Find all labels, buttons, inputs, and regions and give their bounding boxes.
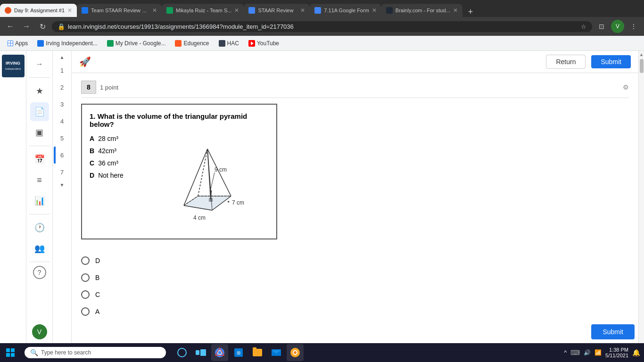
scroll-thumb[interactable] (640, 59, 644, 73)
nav-num-6[interactable]: 6 (54, 147, 71, 164)
taskbar-clock[interactable]: 1:38 PM 5/11/2021 (605, 347, 628, 358)
secure-icon: 🔒 (58, 23, 65, 30)
radio-option-a[interactable]: A (81, 307, 629, 316)
apps-grid-icon (8, 41, 13, 46)
taskbar-cortana[interactable] (173, 344, 190, 361)
new-tab-button[interactable]: + (464, 7, 477, 17)
back-button[interactable]: ← (4, 20, 17, 33)
svg-rect-21 (11, 353, 15, 357)
forward-button[interactable]: → (20, 20, 33, 33)
tab-brainly[interactable]: Brainly.com - For stud... ✕ (381, 4, 462, 17)
bookmark-irving[interactable]: Irving Independent... (33, 39, 101, 48)
cast-icon[interactable]: ⊡ (595, 20, 608, 33)
system-tray-arrow[interactable]: ^ (564, 349, 567, 356)
taskbar-chrome[interactable] (211, 344, 228, 361)
user-avatar[interactable]: V (32, 324, 47, 339)
return-button[interactable]: Return (546, 55, 586, 69)
question-number-badge: 8 (81, 81, 96, 94)
menu-icon[interactable]: ⋮ (627, 20, 640, 33)
nav-num-7[interactable]: 7 (54, 164, 71, 181)
collapse-icon[interactable]: → (30, 55, 49, 74)
windows-logo-icon (6, 348, 15, 357)
taskbar-task-view[interactable] (192, 344, 209, 361)
tab-day9[interactable]: Day 9: Assignment #1 ✕ (0, 4, 77, 17)
language-icon[interactable]: ⌨ (570, 349, 580, 356)
text-sidebar-icon[interactable]: ≡ (30, 171, 49, 189)
tab-close-3[interactable]: ✕ (234, 7, 239, 14)
choice-b-letter: B (90, 147, 94, 155)
profile-icon[interactable]: V (611, 20, 624, 33)
logo-text: IRVINGIndependent (5, 61, 21, 71)
tab-close-5[interactable]: ✕ (372, 7, 377, 14)
bookmark-sidebar-icon[interactable]: ★ (30, 82, 49, 100)
nav-num-5[interactable]: 5 (54, 130, 71, 147)
radio-option-c[interactable]: C (81, 290, 629, 299)
tab-google-form[interactable]: 7.11A Google Form ✕ (310, 4, 381, 17)
tab-favicon-2 (82, 7, 88, 14)
tab-staar[interactable]: STAAR Review ✕ (244, 4, 310, 17)
radio-option-d[interactable]: D (81, 256, 629, 265)
right-scrollbar[interactable]: ▲ (638, 51, 644, 343)
taskbar-canary[interactable] (287, 344, 304, 361)
radio-option-b[interactable]: B (81, 273, 629, 282)
bookmark-hac[interactable]: HAC (215, 39, 243, 48)
users-sidebar-icon[interactable]: 👥 (30, 239, 49, 258)
svg-line-13 (211, 173, 215, 189)
clock-sidebar-icon[interactable]: 🕐 (30, 218, 49, 237)
tab-close-1[interactable]: ✕ (67, 7, 72, 14)
nav-prev-arrow[interactable]: ▲ (58, 53, 66, 62)
bookmark-mydrive-label: My Drive - Google... (116, 40, 166, 47)
tab-mikayla[interactable]: Mikayla Ruiz - Team S... ✕ (162, 4, 244, 17)
svg-marker-14 (209, 190, 212, 192)
tab-title-3: Mikayla Ruiz - Team S... (176, 8, 231, 13)
bookmark-mydrive[interactable]: My Drive - Google... (103, 39, 170, 48)
content-header: 🚀 Return Submit (72, 51, 638, 73)
nav-num-3[interactable]: 3 (54, 96, 71, 113)
radio-label-d: D (95, 257, 100, 264)
taskbar-search-bar[interactable]: 🔍 Type here to search (25, 347, 166, 358)
scroll-up-arrow[interactable]: ▲ (638, 51, 644, 58)
reload-button[interactable]: ↻ (36, 20, 49, 33)
tab-close-4[interactable]: ✕ (300, 7, 305, 14)
calendar-sidebar-icon[interactable]: 📅 (30, 150, 49, 169)
notification-icon[interactable]: 🔔 (632, 349, 640, 356)
question-content-area: 8 1 point ⚙ 1. What is the volume of the… (72, 73, 638, 343)
bookmark-star-icon[interactable]: ☆ (581, 23, 586, 30)
tab-favicon-5 (314, 7, 321, 14)
taskbar-mail[interactable] (268, 344, 285, 361)
bookmark-edugence-label: Edugence (183, 40, 209, 47)
sidebar-separator-4 (29, 262, 50, 262)
help-sidebar-icon[interactable]: ? (33, 266, 46, 279)
radio-options: D B C A (81, 256, 629, 316)
radio-circle-b (81, 273, 90, 282)
nav-next-arrow[interactable]: ▼ (58, 181, 66, 189)
bookmark-edugence[interactable]: Edugence (171, 39, 213, 48)
network-icon[interactable]: 📶 (594, 349, 602, 356)
bookmark-apps[interactable]: Apps (4, 39, 32, 48)
tab-close-6[interactable]: ✕ (453, 7, 458, 14)
taskbar-file-explorer[interactable] (249, 344, 266, 361)
pyramid-svg: 9 cm 4 cm 7 cm (156, 135, 259, 229)
header-actions: Return Submit (546, 55, 631, 69)
launch-icon[interactable]: 🚀 (79, 56, 91, 67)
nav-num-1[interactable]: 1 (54, 62, 71, 79)
edugence-favicon (175, 40, 182, 47)
chart-sidebar-icon[interactable]: 📊 (30, 191, 49, 210)
question-menu-icon[interactable]: ⚙ (623, 83, 629, 91)
layout-sidebar-icon[interactable]: ▣ (30, 123, 49, 142)
nav-num-4[interactable]: 4 (54, 113, 71, 130)
tab-close-2[interactable]: ✕ (152, 7, 157, 14)
nav-num-2[interactable]: 2 (54, 79, 71, 96)
submit-button-bottom[interactable]: Submit (591, 324, 635, 339)
bookmark-youtube-label: YouTube (257, 40, 279, 47)
choice-d-letter: D (90, 172, 94, 179)
bookmark-youtube[interactable]: YouTube (245, 39, 283, 48)
start-button[interactable] (0, 343, 21, 362)
document-sidebar-icon[interactable]: 📄 (30, 102, 49, 121)
url-bar[interactable]: 🔒 learn.irvingisd.net/courses/19913/assi… (52, 21, 592, 32)
tab-team[interactable]: Team STAAR Review R... ✕ (77, 4, 162, 17)
radio-label-a: A (95, 308, 99, 315)
volume-icon[interactable]: 🔊 (584, 349, 591, 356)
taskbar-task-manager[interactable]: ⊞ (230, 344, 247, 361)
submit-button-top[interactable]: Submit (591, 55, 631, 68)
